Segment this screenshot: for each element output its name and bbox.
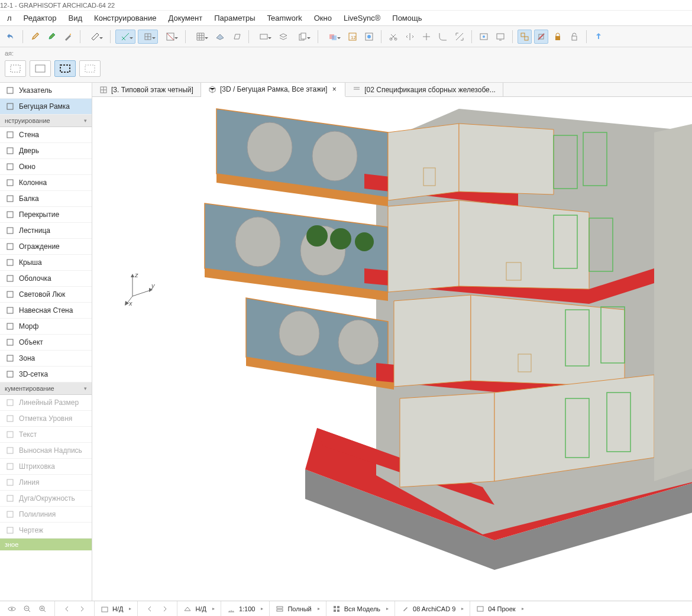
cut-button[interactable] [386, 30, 400, 44]
level-icon [6, 414, 14, 423]
prev-view-button[interactable] [61, 603, 73, 615]
status-pen[interactable]: 08 ArchiCAD 9 [394, 601, 470, 616]
tool-shell[interactable]: Оболочка [0, 271, 92, 287]
tool-zone[interactable]: Зона [0, 351, 92, 367]
next-view-button[interactable] [76, 603, 88, 615]
toolbox-group-header[interactable]: нструирование▾ [0, 115, 92, 127]
magicwand-button[interactable] [61, 30, 75, 44]
marquee-thin-button[interactable] [79, 60, 101, 77]
menu-help[interactable]: Помощь [386, 11, 428, 25]
menu-document[interactable]: Документ [163, 11, 209, 25]
publish-button[interactable] [591, 30, 606, 44]
tool-marquee[interactable]: Бегущая Рамка [0, 99, 92, 115]
status-scale[interactable]: 1:100 [221, 601, 270, 616]
marquee-rect-button[interactable] [5, 60, 26, 77]
trace3-button[interactable] [362, 30, 376, 44]
adjust-button[interactable] [419, 30, 434, 44]
tool-stair[interactable]: Лестница [0, 223, 92, 239]
tool-railing[interactable]: Ограждение [0, 239, 92, 255]
tool-morph[interactable]: Морф [0, 319, 92, 335]
inject-button[interactable] [44, 30, 59, 44]
layers-button[interactable] [276, 30, 290, 44]
resize-button[interactable] [452, 30, 467, 44]
tool-level[interactable]: Отметка Уровня [0, 411, 92, 427]
tool-dim[interactable]: Линейный Размер [0, 395, 92, 411]
menu-window[interactable]: Окно [308, 11, 338, 25]
tool-label[interactable]: Выносная Надпись [0, 443, 92, 459]
orbit-button[interactable] [6, 603, 18, 615]
marquee-thick-button[interactable] [54, 60, 76, 77]
suspend-button[interactable] [534, 30, 548, 44]
svg-rect-22 [11, 65, 20, 72]
group-button[interactable] [518, 30, 532, 44]
split-button[interactable] [403, 30, 417, 44]
tool-arrow[interactable]: Указатель [0, 83, 92, 99]
snap-grid-button[interactable] [138, 30, 158, 44]
toolbox-group-header[interactable]: кументирование▾ [0, 382, 92, 395]
view-tab[interactable]: [02 Спецификация сборных железобе... [345, 83, 503, 96]
tool-label: Объект [19, 338, 43, 346]
tool-hatch[interactable]: Штриховка [0, 459, 92, 475]
3d-canvas[interactable]: z y x [92, 97, 692, 601]
menu-livesync[interactable]: LiveSync® [338, 11, 386, 25]
selection-button[interactable] [254, 30, 274, 44]
tool-beam[interactable]: Балка [0, 191, 92, 207]
eyedrop-button[interactable] [28, 30, 42, 44]
copy-button[interactable] [293, 30, 313, 44]
fillet-button[interactable] [436, 30, 450, 44]
trace-button[interactable] [323, 30, 343, 44]
menu-file[interactable]: л [1, 11, 18, 25]
prev-story-button[interactable] [144, 603, 156, 615]
tool-slab[interactable]: Перекрытие [0, 207, 92, 223]
present-button[interactable] [493, 30, 507, 44]
status-nd1[interactable]: Н/Д [94, 601, 137, 616]
tool-label: Ограждение [19, 242, 60, 251]
tool-mesh[interactable]: 3D-сетка [0, 367, 92, 382]
zoom-out-button[interactable] [21, 603, 33, 615]
tool-label: Линия [19, 478, 39, 487]
status-nd2[interactable]: Н/Д [177, 601, 220, 616]
view-tab[interactable]: [3D / Бегущая Рамка, Все этажи]× [201, 83, 345, 97]
menu-construct[interactable]: Конструирование [88, 11, 162, 25]
marquee-poly-button[interactable] [30, 60, 51, 77]
status-model[interactable]: Вся Модель [326, 601, 394, 616]
tool-arc[interactable]: Дуга/Окружность [0, 491, 92, 507]
tool-drawing[interactable]: Чертеж [0, 523, 92, 539]
status-project[interactable]: 04 Проек [470, 601, 529, 616]
view-tab[interactable]: [3. Типовой этаж четный] [92, 83, 201, 96]
separator [471, 30, 472, 43]
trace2-button[interactable]: 12 [345, 30, 360, 44]
parallelogram-button[interactable] [229, 30, 244, 44]
tool-window[interactable]: Окно [0, 159, 92, 175]
tool-skylight[interactable]: Световой Люк [0, 287, 92, 303]
tool-line[interactable]: Линия [0, 475, 92, 491]
tool-door[interactable]: Дверь [0, 143, 92, 159]
tool-poly[interactable]: Полилиния [0, 507, 92, 523]
tool-roof[interactable]: Крыша [0, 255, 92, 271]
unlock-button[interactable] [567, 30, 581, 44]
snap-guide-button[interactable] [160, 30, 180, 44]
next-story-button[interactable] [159, 603, 171, 615]
zoom-in-button[interactable] [37, 603, 48, 615]
plane-button[interactable] [213, 30, 227, 44]
snap-button[interactable] [115, 30, 135, 44]
tool-curtainwall[interactable]: Навесная Стена [0, 303, 92, 319]
preview-button[interactable] [477, 30, 491, 44]
status-filter[interactable]: Полный [269, 601, 325, 616]
menu-params[interactable]: Параметры [208, 11, 261, 25]
grid-button[interactable] [190, 30, 211, 44]
undo-button[interactable] [4, 30, 18, 44]
menu-view[interactable]: Вид [63, 11, 89, 25]
lock-button[interactable] [551, 30, 565, 44]
tool-text[interactable]: Текст [0, 427, 92, 443]
tool-label: Навесная Стена [19, 306, 73, 315]
tool-column[interactable]: Колонна [0, 175, 92, 191]
close-icon[interactable]: × [331, 86, 338, 93]
tool-wall[interactable]: Стена [0, 127, 92, 143]
tool-object[interactable]: Объект [0, 335, 92, 351]
toolbox-bottom-group[interactable]: зное [0, 539, 92, 550]
ruler-button[interactable] [85, 30, 105, 44]
menu-editor[interactable]: Редактор [18, 11, 63, 25]
menu-teamwork[interactable]: Teamwork [261, 11, 308, 25]
svg-rect-35 [7, 244, 13, 249]
